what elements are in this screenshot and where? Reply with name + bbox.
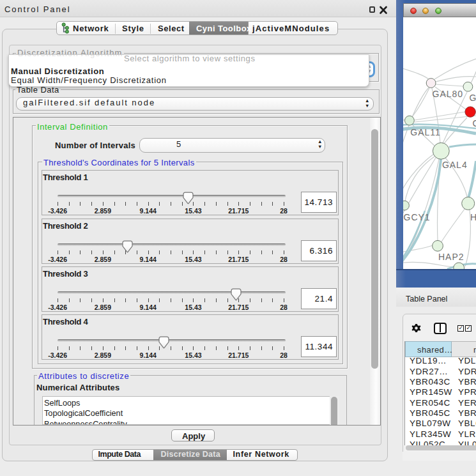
svg-text:HAP2: HAP2 [438, 252, 464, 262]
svg-text:G: G [473, 118, 476, 128]
svg-text:GAL4: GAL4 [442, 160, 468, 170]
svg-text:GA: GA [469, 93, 476, 103]
svg-text:GAL80: GAL80 [433, 89, 464, 99]
svg-text:GCY1: GCY1 [404, 212, 431, 222]
svg-text:H: H [470, 212, 476, 222]
svg-text:GAL11: GAL11 [410, 127, 441, 137]
